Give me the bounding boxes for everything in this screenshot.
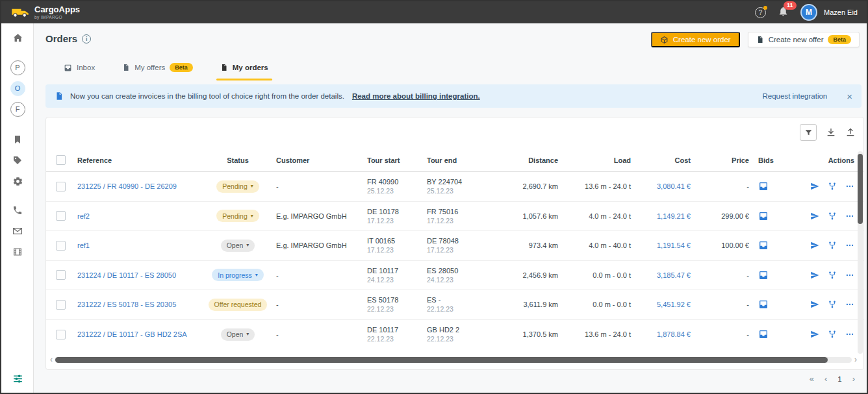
- bids-inbox-icon[interactable]: [758, 299, 769, 310]
- row-checkbox[interactable]: [56, 211, 66, 221]
- cost-link[interactable]: 1,878.84 €: [657, 330, 691, 338]
- reference-link[interactable]: ref2: [77, 212, 90, 220]
- tune-settings-icon[interactable]: [1, 371, 34, 386]
- status-chip[interactable]: Open▾: [221, 328, 255, 341]
- prev-page-button[interactable]: ‹: [824, 374, 827, 384]
- more-actions-icon[interactable]: [845, 330, 854, 339]
- more-actions-icon[interactable]: [845, 271, 854, 280]
- notifications-bell-icon[interactable]: 11: [778, 6, 789, 19]
- cost-link[interactable]: 3,185.47 €: [657, 271, 691, 279]
- send-icon[interactable]: [810, 182, 819, 191]
- status-chip[interactable]: Pending▾: [216, 180, 259, 193]
- request-integration-link[interactable]: Request integration: [763, 92, 828, 100]
- sidebar-item-p[interactable]: P: [1, 60, 34, 75]
- fork-share-icon[interactable]: [828, 300, 837, 309]
- horizontal-scrollbar-track[interactable]: [55, 357, 852, 363]
- help-icon[interactable]: ?: [755, 7, 766, 18]
- reference-link[interactable]: 231222 / DE 10117 - GB HD2 2SA: [77, 330, 187, 338]
- row-checkbox[interactable]: [56, 330, 66, 339]
- next-page-button[interactable]: ›: [852, 374, 855, 384]
- tabs: Inbox My offers Beta My orders: [64, 60, 268, 75]
- fork-share-icon[interactable]: [828, 271, 837, 280]
- send-icon[interactable]: [810, 212, 819, 221]
- cost-link[interactable]: 3,080.41 €: [657, 182, 691, 190]
- sidebar-item-o-active[interactable]: O: [1, 80, 34, 96]
- reference-link[interactable]: ref1: [77, 241, 90, 249]
- send-icon[interactable]: [810, 271, 819, 280]
- bids-inbox-icon[interactable]: [758, 270, 769, 280]
- app-logo[interactable]: CargoApps by IMPARGO: [10, 5, 80, 19]
- cost-link[interactable]: 1,149.21 €: [657, 212, 691, 220]
- tour-start-location: FR 40990: [367, 178, 423, 186]
- tour-end-date: 25.12.23: [427, 187, 496, 195]
- tour-end-location: GB HD2 2: [427, 326, 496, 334]
- gear-icon[interactable]: [1, 173, 34, 189]
- send-icon[interactable]: [810, 300, 819, 309]
- banner-read-more-link[interactable]: Read more about billing integration.: [352, 92, 480, 100]
- import-upload-icon[interactable]: [845, 127, 856, 138]
- cost-link[interactable]: 1,191.54 €: [657, 241, 691, 249]
- scroll-left-icon[interactable]: ‹: [50, 356, 53, 363]
- sidebar-letter-o: O: [10, 81, 25, 96]
- more-actions-icon[interactable]: [845, 241, 854, 250]
- row-checkbox[interactable]: [56, 300, 66, 310]
- bids-inbox-icon[interactable]: [758, 211, 769, 221]
- filter-button[interactable]: [800, 124, 817, 141]
- cost-link[interactable]: 5,451.92 €: [657, 301, 691, 308]
- select-all-checkbox[interactable]: [56, 155, 66, 165]
- more-actions-icon[interactable]: [845, 182, 854, 191]
- vertical-scrollbar-track[interactable]: [858, 151, 863, 354]
- tag-icon[interactable]: [1, 153, 34, 168]
- more-actions-icon[interactable]: [845, 212, 854, 221]
- status-chip[interactable]: In progress▾: [212, 269, 264, 281]
- film-icon[interactable]: [1, 244, 34, 260]
- reference-link[interactable]: 231225 / FR 40990 - DE 26209: [77, 182, 177, 190]
- fork-share-icon[interactable]: [828, 330, 837, 339]
- send-icon[interactable]: [810, 330, 819, 339]
- first-page-button[interactable]: «: [810, 374, 814, 384]
- bids-inbox-icon[interactable]: [758, 181, 769, 191]
- info-icon[interactable]: i: [82, 34, 91, 43]
- fork-share-icon[interactable]: [828, 212, 837, 221]
- row-checkbox[interactable]: [56, 241, 66, 251]
- fork-share-icon[interactable]: [828, 241, 837, 250]
- status-chip[interactable]: Pending▾: [216, 210, 259, 222]
- document-icon: [756, 36, 764, 43]
- send-icon[interactable]: [810, 241, 819, 250]
- more-actions-icon[interactable]: [845, 300, 854, 309]
- current-page-number[interactable]: 1: [837, 375, 841, 383]
- bids-inbox-icon[interactable]: [758, 329, 769, 339]
- bookmark-icon[interactable]: [1, 132, 34, 147]
- banner-text: Now you can create invoices in the billi…: [70, 92, 344, 100]
- reference-link[interactable]: 231224 / DE 10117 - ES 28050: [77, 271, 176, 279]
- bids-inbox-icon[interactable]: [758, 240, 769, 251]
- distance-cell: 1,057.6 km: [496, 212, 558, 220]
- fork-share-icon[interactable]: [828, 182, 837, 191]
- vertical-scrollbar-thumb[interactable]: [858, 154, 863, 224]
- tour-end-location: DE 78048: [427, 237, 496, 245]
- export-download-icon[interactable]: [826, 127, 836, 138]
- row-checkbox[interactable]: [56, 270, 66, 280]
- sidebar-item-f[interactable]: F: [1, 101, 34, 117]
- tab-inbox[interactable]: Inbox: [64, 60, 95, 75]
- close-icon[interactable]: ×: [847, 91, 852, 102]
- horizontal-scrollbar-thumb[interactable]: [55, 357, 828, 363]
- home-icon[interactable]: [1, 30, 34, 45]
- reference-link[interactable]: 231222 / ES 50178 - ES 20305: [77, 301, 176, 308]
- create-new-order-button[interactable]: Create new order: [651, 32, 740, 47]
- tab-my-orders[interactable]: My orders: [220, 60, 268, 75]
- row-checkbox[interactable]: [56, 182, 66, 191]
- scroll-right-icon[interactable]: ›: [854, 356, 857, 363]
- status-chip[interactable]: Offer requested▾: [209, 299, 268, 311]
- tab-my-offers[interactable]: My offers Beta: [122, 60, 193, 75]
- create-new-offer-button[interactable]: Create new offer Beta: [748, 32, 860, 47]
- user-name[interactable]: Mazen Eid: [824, 8, 858, 16]
- phone-icon[interactable]: [1, 203, 34, 218]
- offers-beta-badge: Beta: [170, 63, 193, 72]
- customer-cell: -: [271, 182, 367, 190]
- tour-end-location: BY 224704: [427, 178, 496, 186]
- user-avatar[interactable]: M: [800, 4, 817, 21]
- status-chip[interactable]: Open▾: [221, 240, 255, 252]
- customer-cell: E.g. IMPARGO GmbH: [271, 241, 367, 249]
- mail-icon[interactable]: [1, 223, 34, 239]
